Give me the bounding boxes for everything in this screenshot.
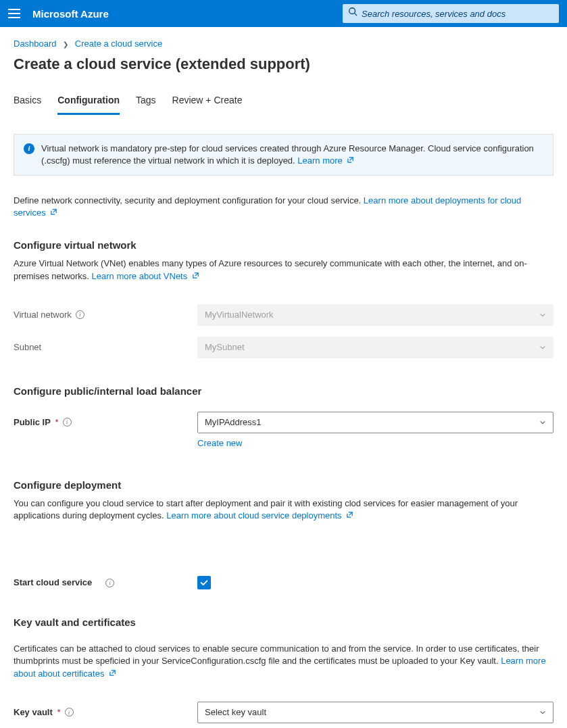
chevron-right-icon: ❯ [63, 41, 68, 48]
chevron-down-icon [539, 312, 546, 318]
subnet-label-text: Subnet [14, 341, 41, 354]
main-content: Dashboard ❯ Create a cloud service Creat… [0, 27, 567, 728]
kv-desc: Certificates can be attached to cloud se… [14, 643, 553, 680]
public-ip-label: Public IP * i [14, 416, 197, 429]
start-service-row: Start cloud service i [14, 576, 553, 589]
lb-heading: Configure public/internal load balancer [14, 384, 553, 398]
search-icon [348, 7, 358, 20]
breadcrumb: Dashboard ❯ Create a cloud service [14, 38, 553, 50]
required-asterisk: * [55, 417, 59, 427]
subnet-label: Subnet [14, 341, 197, 354]
public-ip-value: MyIPAddress1 [205, 416, 262, 429]
key-vault-label: Key vault * i [14, 706, 197, 719]
public-ip-select[interactable]: MyIPAddress1 [197, 412, 553, 433]
deploy-desc: You can configure you cloud service to s… [14, 498, 553, 522]
chevron-down-icon [539, 344, 546, 351]
breadcrumb-create-cloud-service[interactable]: Create a cloud service [75, 39, 162, 49]
tab-configuration[interactable]: Configuration [57, 94, 120, 115]
external-link-icon [192, 272, 199, 279]
vnet-desc-text: Azure Virtual Network (VNet) enables man… [14, 258, 527, 281]
tab-bar: Basics Configuration Tags Review + Creat… [14, 94, 553, 115]
breadcrumb-dashboard[interactable]: Dashboard [14, 39, 57, 49]
keyvault-row: Key vault * i Select key vault [14, 702, 553, 723]
info-banner: i Virtual network is mandatory pre-step … [14, 134, 553, 176]
learn-more-deploy-link[interactable]: Learn more about cloud service deploymen… [166, 510, 353, 520]
virtual-network-select: MyVirtualNetwork [197, 304, 553, 326]
publicip-row: Public IP * i MyIPAddress1 [14, 412, 553, 433]
chevron-down-icon [539, 419, 546, 426]
learn-more-deploy-label: Learn more about cloud service deploymen… [166, 510, 341, 520]
chevron-down-icon [539, 709, 546, 716]
kv-desc-text: Certificates can be attached to cloud se… [14, 644, 539, 666]
public-ip-label-text: Public IP [14, 417, 51, 427]
virtual-network-label-text: Virtual network [14, 309, 72, 321]
info-outline-icon[interactable]: i [76, 310, 84, 319]
svg-line-1 [355, 14, 358, 16]
search-input[interactable] [362, 9, 553, 19]
start-cloud-service-text: Start cloud service [14, 577, 92, 589]
config-intro: Define network connectivity, security an… [14, 195, 553, 219]
vnet-row: Virtual network i MyVirtualNetwork [14, 304, 553, 326]
svg-point-0 [349, 8, 355, 14]
vnet-heading: Configure virtual network [14, 238, 553, 252]
start-cloud-service-label: Start cloud service i [14, 577, 197, 589]
search-box[interactable] [343, 4, 559, 23]
top-bar: Microsoft Azure [0, 0, 567, 27]
external-link-icon [347, 156, 354, 164]
virtual-network-label: Virtual network i [14, 309, 197, 321]
learn-more-vnets-link[interactable]: Learn more about VNets [92, 271, 199, 281]
external-link-icon [50, 208, 57, 216]
tab-review-create[interactable]: Review + Create [172, 94, 243, 115]
subnet-value: MySubnet [205, 341, 245, 354]
info-banner-body: Virtual network is mandatory pre-step fo… [41, 143, 534, 166]
external-link-icon [109, 669, 116, 677]
config-intro-text: Define network connectivity, security an… [14, 195, 364, 205]
vnet-desc: Azure Virtual Network (VNet) enables man… [14, 258, 553, 282]
start-cloud-service-checkbox[interactable] [197, 576, 211, 589]
key-vault-select[interactable]: Select key vault [197, 702, 553, 723]
learn-more-vnets-label: Learn more about VNets [92, 271, 188, 281]
tab-tags[interactable]: Tags [136, 94, 156, 115]
external-link-icon [346, 511, 353, 518]
info-outline-icon[interactable]: i [105, 579, 114, 587]
info-banner-learn-more-link[interactable]: Learn more [297, 155, 354, 166]
virtual-network-value: MyVirtualNetwork [205, 309, 274, 321]
info-outline-icon[interactable]: i [63, 418, 72, 427]
deploy-heading: Configure deployment [14, 478, 553, 492]
create-new-link[interactable]: Create new [197, 438, 242, 448]
kv-heading: Key vault and certificates [14, 615, 553, 629]
key-vault-value: Select key vault [205, 706, 266, 719]
key-vault-label-text: Key vault [14, 707, 53, 717]
subnet-select: MySubnet [197, 337, 553, 358]
info-outline-icon[interactable]: i [65, 708, 74, 717]
brand-label: Microsoft Azure [32, 7, 109, 21]
create-new-row: Create new [197, 437, 553, 450]
menu-icon[interactable] [8, 9, 20, 18]
required-asterisk: * [57, 707, 60, 717]
tab-basics[interactable]: Basics [14, 94, 41, 115]
info-banner-text: Virtual network is mandatory pre-step fo… [41, 143, 543, 167]
learn-more-label: Learn more [297, 155, 342, 166]
subnet-row: Subnet MySubnet [14, 337, 553, 358]
info-icon: i [24, 143, 34, 154]
page-title: Create a cloud service (extended support… [14, 54, 553, 75]
